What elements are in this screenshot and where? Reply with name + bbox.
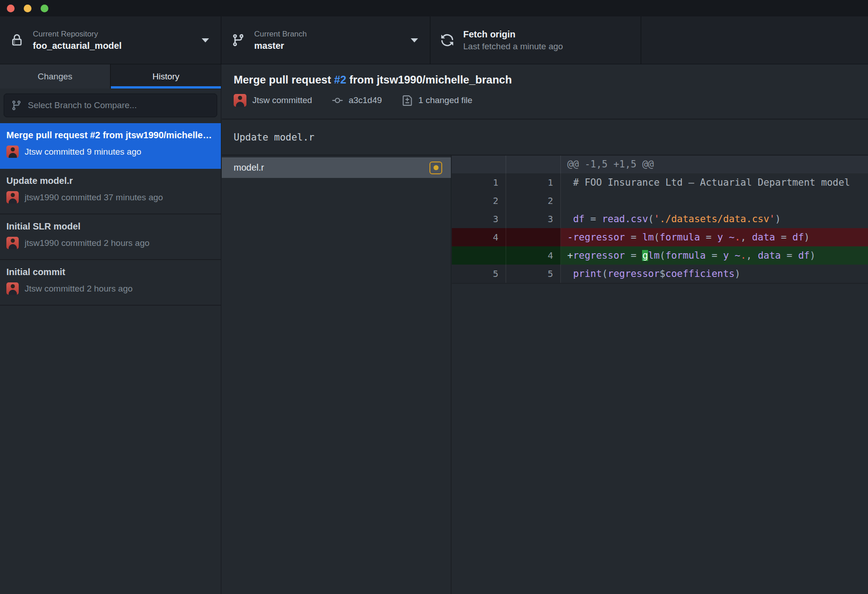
- current-repository-button[interactable]: Current Repository foo_actuarial_model: [0, 16, 221, 64]
- chevron-down-icon: [202, 38, 209, 42]
- hunk-header-row: @@ -1,5 +1,5 @@: [452, 156, 868, 173]
- repository-name: foo_actuarial_model: [33, 41, 122, 51]
- tab-history[interactable]: History: [111, 64, 221, 89]
- diff-row: 11 # FOO Insurance Ltd – Actuarial Depar…: [452, 173, 868, 192]
- diff-line-number: 2: [506, 192, 561, 210]
- commit-title: Merge pull request #2 from jtsw1990/mich…: [234, 73, 859, 86]
- commit-meta: jtsw1990 committed 2 hours ago: [6, 237, 214, 249]
- fetch-status: Last fetched a minute ago: [463, 42, 563, 52]
- diff-line-number: 5: [452, 265, 506, 283]
- hunk-header-text: @@ -1,5 +1,5 @@: [561, 156, 868, 173]
- diff-line-number: 3: [506, 210, 561, 228]
- github-desktop-window: Current Repository foo_actuarial_model C…: [0, 0, 868, 594]
- modified-square-dot-icon: [429, 162, 442, 174]
- branch-label: Current Branch: [254, 30, 307, 39]
- diff-row: 33 df = read.csv('./datasets/data.csv'): [452, 210, 868, 228]
- diff-line-number: [506, 156, 561, 173]
- file-list-item[interactable]: model.r: [222, 157, 451, 178]
- current-branch-button[interactable]: Current Branch master: [221, 16, 430, 64]
- lock-icon: [10, 33, 24, 47]
- diff-row: 22: [452, 192, 868, 210]
- diff-line-number: 1: [452, 173, 506, 192]
- code-line: [561, 192, 868, 210]
- code-line: -regressor = lm(formula = y ~., data = d…: [561, 228, 868, 246]
- diff-panel: @@ -1,5 +1,5 @@11 # FOO Insurance Ltd – …: [452, 156, 868, 594]
- file-name: model.r: [234, 162, 429, 173]
- code-line: print(regressor$coefficients): [561, 265, 868, 283]
- toolbar: Current Repository foo_actuarial_model C…: [0, 16, 868, 64]
- sidebar: Changes History Select Branch to Compare…: [0, 64, 221, 594]
- commit-meta-text: jtsw1990 committed 2 hours ago: [25, 238, 150, 248]
- commit-list-item[interactable]: Update model.rjtsw1990 committed 37 minu…: [0, 169, 221, 214]
- avatar: [6, 146, 19, 158]
- commit-sha: a3c1d49: [349, 95, 382, 105]
- changed-files-count: 1 changed file: [418, 95, 472, 105]
- commit-meta-row: Jtsw committed a3c1d49 1 changed file: [234, 94, 859, 107]
- commit-meta: Jtsw committed 9 minutes ago: [6, 146, 214, 158]
- commit-title: Update model.r: [6, 176, 214, 186]
- commit-title-prefix: Merge pull request: [234, 73, 334, 86]
- commit-title: Initial commit: [6, 267, 214, 277]
- avatar: [6, 282, 19, 295]
- tab-history-label: History: [152, 72, 179, 82]
- active-tab-indicator: [111, 86, 221, 89]
- diff-line-number: [452, 246, 506, 265]
- diff-row: 4+regressor = glm(formula = y ~., data =…: [452, 246, 868, 265]
- pr-number-link[interactable]: #2: [334, 73, 346, 86]
- code-line: +regressor = glm(formula = y ~., data = …: [561, 246, 868, 265]
- diff-line-number: 4: [452, 228, 506, 246]
- diff-rows: @@ -1,5 +1,5 @@11 # FOO Insurance Ltd – …: [452, 156, 868, 284]
- compare-branch-input[interactable]: Select Branch to Compare...: [4, 94, 217, 117]
- branch-name: master: [254, 41, 307, 51]
- diff-line-number: 4: [506, 246, 561, 265]
- fetch-origin-button[interactable]: Fetch origin Last fetched a minute ago: [430, 16, 641, 64]
- commit-list-item[interactable]: Initial SLR modeljtsw1990 committed 2 ho…: [0, 214, 221, 260]
- commit-header: Merge pull request #2 from jtsw1990/mich…: [222, 64, 868, 120]
- compare-placeholder: Select Branch to Compare...: [28, 100, 137, 110]
- commit-title-suffix: from jtsw1990/michelle_branch: [346, 73, 512, 86]
- chevron-down-icon: [411, 38, 418, 42]
- commit-list-item[interactable]: Initial commitJtsw committed 2 hours ago: [0, 260, 221, 306]
- commit-author: Jtsw committed: [252, 95, 312, 105]
- commit-meta: Jtsw committed 2 hours ago: [6, 282, 214, 295]
- main-panel: Merge pull request #2 from jtsw1990/mich…: [222, 64, 868, 594]
- avatar: [234, 94, 246, 107]
- diff-row: 4-regressor = lm(formula = y ~., data = …: [452, 228, 868, 246]
- sync-icon: [440, 33, 454, 47]
- file-diff-icon: [402, 95, 413, 106]
- commit-meta: jtsw1990 committed 37 minutes ago: [6, 191, 214, 203]
- diff-line-number: 5: [506, 265, 561, 283]
- git-branch-icon: [231, 33, 245, 47]
- close-window-button[interactable]: [7, 5, 15, 12]
- commit-title: Initial SLR model: [6, 221, 214, 232]
- diff-line-number: 2: [452, 192, 506, 210]
- diff-line-number: [452, 156, 506, 173]
- toolbar-spacer: [641, 16, 868, 64]
- commit-meta-text: Jtsw committed 2 hours ago: [25, 284, 133, 294]
- commit-meta-text: Jtsw committed 9 minutes ago: [25, 147, 141, 157]
- sidebar-tabs: Changes History: [0, 64, 221, 89]
- diff-line-number: 1: [506, 173, 561, 192]
- changed-files-panel: model.r: [222, 156, 451, 594]
- commit-meta-text: jtsw1990 committed 37 minutes ago: [25, 193, 163, 203]
- tab-changes[interactable]: Changes: [0, 64, 111, 89]
- avatar: [6, 237, 19, 249]
- diff-line-number: [506, 228, 561, 246]
- commit-history-list: Merge pull request #2 from jtsw1990/mich…: [0, 123, 221, 306]
- commit-description: Update model.r: [222, 120, 868, 156]
- zoom-window-button[interactable]: [41, 5, 48, 12]
- titlebar: [0, 0, 868, 16]
- diff-line-number: 3: [452, 210, 506, 228]
- fetch-label: Fetch origin: [463, 29, 563, 40]
- git-branch-icon: [11, 100, 22, 111]
- git-commit-icon: [332, 95, 343, 106]
- commit-list-item[interactable]: Merge pull request #2 from jtsw1990/mich…: [0, 123, 221, 169]
- repository-label: Current Repository: [33, 30, 122, 39]
- code-line: df = read.csv('./datasets/data.csv'): [561, 210, 868, 228]
- avatar: [6, 191, 19, 203]
- commit-title: Merge pull request #2 from jtsw1990/mich…: [6, 130, 214, 141]
- code-line: # FOO Insurance Ltd – Actuarial Departme…: [561, 173, 868, 192]
- minimize-window-button[interactable]: [24, 5, 31, 12]
- diff-row: 55 print(regressor$coefficients): [452, 265, 868, 283]
